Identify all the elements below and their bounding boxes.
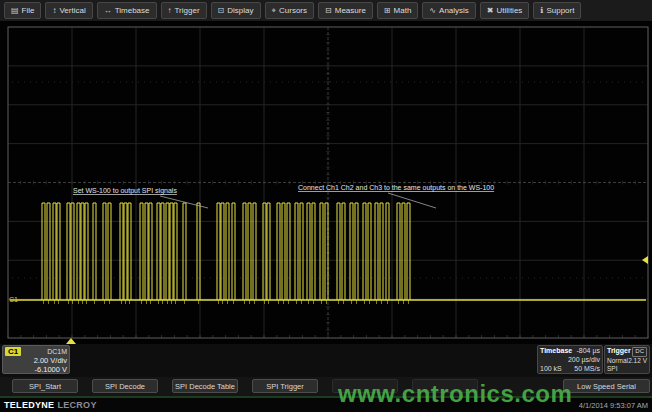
trigger-level: 2.12 V: [628, 357, 647, 365]
menu-label-display: Display: [227, 6, 253, 15]
utilities-icon: ✖: [487, 7, 494, 15]
trigger-label: Trigger: [607, 347, 631, 356]
trigger-position-marker[interactable]: [66, 338, 76, 344]
math-icon: ⊞: [384, 7, 391, 15]
low-speed-serial-button[interactable]: Low Speed Serial: [563, 379, 650, 393]
brand-teledyne: TELEDYNE: [4, 400, 54, 410]
support-icon: ℹ: [540, 7, 543, 15]
menu-label-cursors: Cursors: [279, 6, 307, 15]
clock-timestamp: 4/1/2014 9:53:07 AM: [579, 401, 648, 410]
svg-text:Set WS-100 to output SPI signa: Set WS-100 to output SPI signals: [73, 187, 177, 195]
spi-decode-button[interactable]: SPI Decode: [92, 379, 158, 393]
menu-item-math[interactable]: ⊞Math: [377, 2, 419, 19]
menu-item-timebase[interactable]: ↔Timebase: [97, 2, 157, 19]
timebase-icon: ↔: [104, 7, 112, 15]
vertical-scale-icon: ↕: [52, 7, 56, 15]
channel-scale: 2.00 V/div: [5, 356, 67, 365]
menu-label-utilities: Utilities: [497, 6, 523, 15]
file-icon: ▤: [11, 7, 19, 15]
menu-label-trigger: Trigger: [175, 6, 200, 15]
display-icon: ⊡: [218, 7, 225, 15]
timebase-delay: -804 µs: [577, 347, 601, 356]
trigger-mode: Normal: [607, 357, 628, 365]
timebase-samples: 100 kS: [540, 365, 562, 374]
menu-item-utilities[interactable]: ✖Utilities: [480, 2, 529, 19]
spi-trigger-button[interactable]: SPI Trigger: [252, 379, 318, 393]
menu-label-support: Support: [546, 6, 574, 15]
menu-item-analysis[interactable]: ∿Analysis: [422, 2, 476, 19]
menu-item-trigger[interactable]: ↑Trigger: [161, 2, 207, 19]
channel-coupling: DC1M: [47, 348, 67, 355]
menu-label-measure: Measure: [335, 6, 366, 15]
trigger-icon: ↑: [168, 7, 172, 15]
menu-item-vertical[interactable]: ↕Vertical: [45, 2, 92, 19]
spi-start-button[interactable]: SPI_Start: [12, 379, 78, 393]
waveform-display[interactable]: C1Set WS-100 to output SPI signalsConnec…: [0, 22, 652, 344]
timebase-rate: 50 MS/s: [574, 365, 600, 374]
svg-text:Connect Ch1 Ch2 and Ch3 to the: Connect Ch1 Ch2 and Ch3 to the same outp…: [298, 184, 494, 192]
timebase-label: Timebase: [540, 347, 572, 356]
menu-label-vertical: Vertical: [59, 6, 85, 15]
analysis-icon: ∿: [429, 7, 436, 15]
menu-item-support[interactable]: ℹSupport: [533, 2, 581, 19]
blank-softkey-2: [412, 379, 478, 393]
brand-logo: TELEDYNELECROY: [4, 400, 97, 410]
trigger-descriptor[interactable]: TriggerDC Normal2.12 V SPI: [604, 345, 650, 374]
oscilloscope-app: ▤File ↕Vertical ↔Timebase ↑Trigger ⊡Disp…: [0, 0, 652, 412]
trigger-coupling-badge: DC: [632, 347, 647, 357]
descriptor-strip: C1 DC1M 2.00 V/div -6.1000 V Timebase-80…: [0, 344, 652, 377]
measure-icon: ⊟: [325, 7, 332, 15]
status-bar: TELEDYNELECROY 4/1/2014 9:53:07 AM: [0, 396, 652, 412]
trigger-type: SPI: [607, 365, 617, 373]
menu-item-file[interactable]: ▤File: [4, 2, 41, 19]
timebase-scale: 200 µs/div: [568, 356, 600, 365]
menu-bar: ▤File ↕Vertical ↔Timebase ↑Trigger ⊡Disp…: [0, 0, 652, 22]
svg-text:C1: C1: [9, 296, 18, 303]
menu-label-analysis: Analysis: [439, 6, 469, 15]
waveform-grid: C1Set WS-100 to output SPI signalsConnec…: [0, 22, 652, 344]
menu-label-timebase: Timebase: [115, 6, 150, 15]
menu-label-file: File: [22, 6, 35, 15]
spi-decode-table-button[interactable]: SPI Decode Table: [172, 379, 238, 393]
channel-c1-descriptor[interactable]: C1 DC1M 2.00 V/div -6.1000 V: [2, 345, 70, 374]
menu-item-cursors[interactable]: ⌖Cursors: [265, 2, 315, 19]
menu-label-math: Math: [394, 6, 412, 15]
cursors-icon: ⌖: [272, 7, 277, 15]
brand-lecroy: LECROY: [57, 400, 96, 410]
timebase-descriptor[interactable]: Timebase-804 µs 200 µs/div 100 kS50 MS/s: [537, 345, 603, 374]
menu-item-measure[interactable]: ⊟Measure: [318, 2, 373, 19]
blank-softkey-1: [332, 379, 398, 393]
channel-badge: C1: [5, 347, 21, 356]
softkey-row: SPI_Start SPI Decode SPI Decode Table SP…: [0, 377, 652, 396]
menu-item-display[interactable]: ⊡Display: [211, 2, 261, 19]
channel-offset: -6.1000 V: [5, 365, 67, 374]
